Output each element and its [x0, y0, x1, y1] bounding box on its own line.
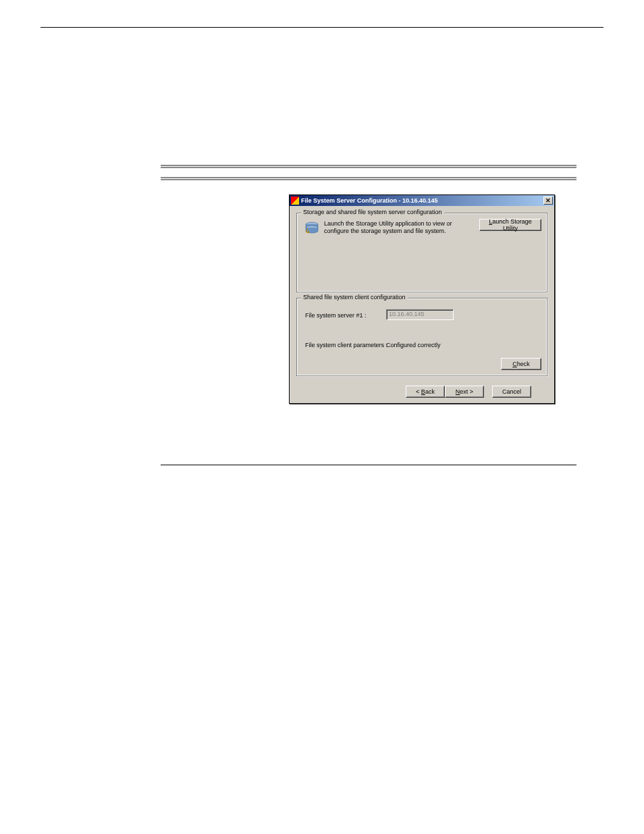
- section-rule-2: [161, 177, 576, 180]
- section-rule-1: [161, 165, 576, 168]
- check-button-label: Check: [512, 361, 530, 367]
- server-1-input: 10.16.40.145: [386, 309, 454, 320]
- app-icon: [291, 197, 299, 205]
- back-button-label: < Back: [416, 388, 435, 395]
- launch-button-label: Launch Storage Utility: [483, 218, 538, 232]
- launch-storage-utility-button[interactable]: Launch Storage Utility: [479, 219, 541, 231]
- disk-stack-icon: [304, 220, 320, 236]
- client-params-status: Configured correctly: [386, 342, 441, 348]
- storage-server-group: Storage and shared file system server co…: [296, 213, 547, 292]
- check-button[interactable]: Check: [501, 358, 541, 370]
- shared-client-group: Shared file system client configuration …: [296, 298, 547, 376]
- cancel-button[interactable]: Cancel: [492, 386, 531, 398]
- next-button[interactable]: Next >: [445, 386, 484, 398]
- wizard-nav-bar: < Back Next > Cancel: [290, 383, 554, 398]
- server-1-label: File system server #1 :: [305, 312, 367, 319]
- storage-server-legend: Storage and shared file system server co…: [301, 209, 444, 215]
- file-system-server-config-dialog: File System Server Configuration - 10.16…: [289, 194, 555, 404]
- next-button-label: Next >: [456, 388, 473, 395]
- page-rule-top: [41, 27, 603, 28]
- close-button[interactable]: ✕: [543, 197, 553, 205]
- cancel-button-label: Cancel: [502, 388, 521, 395]
- titlebar: File System Server Configuration - 10.16…: [290, 195, 554, 206]
- shared-client-legend: Shared file system client configuration: [301, 294, 408, 301]
- client-params-label: File system client parameters :: [305, 342, 387, 348]
- back-button[interactable]: < Back: [406, 386, 445, 398]
- close-icon: ✕: [545, 198, 551, 204]
- launch-description: Launch the Storage Utility application t…: [324, 220, 459, 236]
- window-title: File System Server Configuration - 10.16…: [301, 197, 543, 204]
- section-rule-bottom: [161, 465, 576, 465]
